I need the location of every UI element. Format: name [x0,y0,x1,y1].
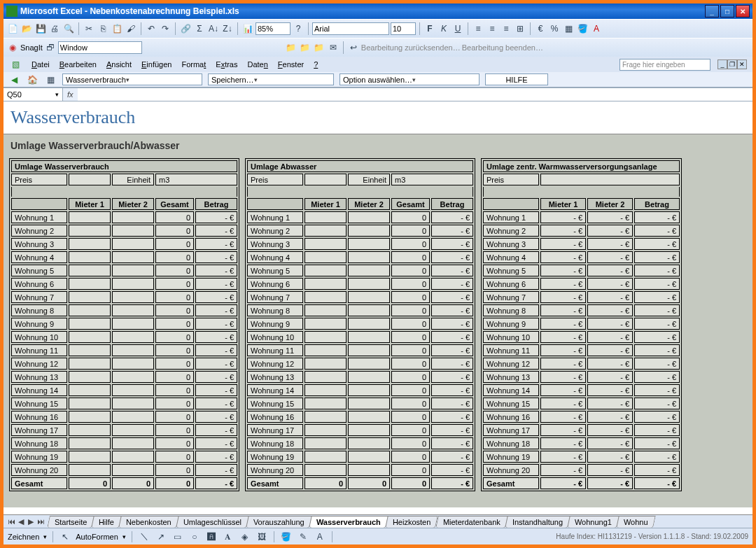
cell-betrag[interactable]: - € [431,318,473,330]
cell[interactable]: - € [540,464,586,476]
format-painter-icon[interactable]: 🖌 [125,22,137,35]
cell-betrag[interactable]: - € [195,344,237,356]
cell[interactable]: - € [587,411,633,423]
open-icon[interactable]: 📂 [20,22,33,35]
cell-gesamt[interactable]: 0 [155,398,194,409]
cell[interactable]: - € [540,278,586,290]
italic-icon[interactable]: K [438,22,450,35]
font-color-icon[interactable]: A [314,531,326,543]
cell[interactable]: - € [540,451,586,463]
cell-betrag[interactable]: - € [431,437,473,449]
cell-betrag[interactable]: - € [431,451,473,463]
arrow-icon[interactable]: ↗ [155,531,167,543]
cell-gesamt[interactable]: 0 [155,344,194,356]
cell[interactable] [304,251,346,263]
cell-betrag[interactable]: - € [634,344,680,356]
cell[interactable] [348,318,390,330]
cell[interactable] [69,451,111,463]
cell[interactable]: - € [540,358,586,370]
menu-help[interactable]: ? [314,60,318,69]
cell[interactable] [348,251,390,263]
help-icon[interactable]: ? [292,22,304,35]
sheet-tab[interactable]: Wohnu [616,516,655,528]
nav-back-icon[interactable]: ◀ [8,73,20,86]
cell-gesamt[interactable]: 0 [155,238,194,250]
cell[interactable] [112,424,154,436]
tab-nav-first-icon[interactable]: ⏮ [6,517,16,526]
cell-gesamt[interactable]: 0 [155,384,194,396]
cell[interactable] [304,225,346,237]
nav-sheet-icon[interactable]: ▦ [44,73,57,86]
cell[interactable] [304,398,346,409]
cell[interactable] [304,384,346,396]
cell[interactable]: - € [587,251,633,263]
cell-betrag[interactable]: - € [634,318,680,330]
line-icon[interactable]: ＼ [138,531,150,543]
cell-betrag[interactable]: - € [634,424,680,436]
cell[interactable] [69,291,111,303]
cell-betrag[interactable]: - € [431,424,473,436]
cell-betrag[interactable]: - € [634,411,680,423]
cell[interactable]: - € [587,344,633,356]
cell[interactable] [112,398,154,409]
cell-betrag[interactable]: - € [634,331,680,343]
cell-betrag[interactable]: - € [195,424,237,436]
cell[interactable] [69,211,111,223]
folder2-icon[interactable]: 📁 [299,41,312,54]
tab-nav-next-icon[interactable]: ▶ [26,517,36,526]
cell-betrag[interactable]: - € [431,278,473,290]
cell-betrag[interactable]: - € [195,304,237,316]
cell[interactable] [69,318,111,330]
cell-gesamt[interactable]: 0 [391,411,430,423]
cell[interactable] [69,278,111,290]
menu-einfuegen[interactable]: Einfügen [141,60,172,69]
cell[interactable] [348,384,390,396]
cell-betrag[interactable]: - € [634,291,680,303]
nav-location-select[interactable]: Wasserverbrauch [62,73,202,85]
copy-icon[interactable]: ⎘ [97,22,109,35]
cell-betrag[interactable]: - € [634,238,680,250]
cell[interactable]: - € [587,211,633,223]
cell[interactable] [112,384,154,396]
cell[interactable] [304,424,346,436]
sheet-tab[interactable]: Wasserverbrauch [309,516,388,528]
cell-betrag[interactable]: - € [634,437,680,449]
autoshapes-menu[interactable]: AutoFormen [76,533,118,541]
cell-gesamt[interactable]: 0 [391,304,430,316]
zoom-select[interactable] [255,22,290,35]
nav-option-select[interactable]: Option auswählen… [340,73,479,85]
cell[interactable] [69,174,111,185]
cell[interactable]: - € [587,398,633,409]
cell[interactable] [348,464,390,476]
cell[interactable]: - € [540,344,586,356]
einheit-value[interactable]: m3 [155,174,237,185]
cell-betrag[interactable]: - € [431,358,473,370]
cell-betrag[interactable]: - € [634,225,680,237]
cell-betrag[interactable]: - € [634,358,680,370]
cell[interactable]: - € [540,251,586,263]
cell[interactable] [69,265,111,276]
cell-gesamt[interactable]: 0 [155,437,194,449]
cell[interactable] [69,384,111,396]
menu-extras[interactable]: Extras [216,60,237,69]
rectangle-icon[interactable]: ▭ [172,531,184,543]
save-icon[interactable]: 💾 [34,22,47,35]
cell[interactable] [112,464,154,476]
cell-gesamt[interactable]: 0 [155,318,194,330]
cell-betrag[interactable]: - € [195,291,237,303]
fill-icon[interactable]: 🪣 [280,531,293,543]
cell[interactable]: - € [540,265,586,276]
font-size-select[interactable] [391,22,416,35]
cell[interactable] [112,371,154,383]
cell[interactable] [69,344,111,356]
cell-betrag[interactable]: - € [195,451,237,463]
cell[interactable] [348,437,390,449]
cell-gesamt[interactable]: 0 [155,278,194,290]
tab-nav-last-icon[interactable]: ⏭ [36,517,46,526]
cut-icon[interactable]: ✂ [83,22,95,35]
menu-format[interactable]: Format [181,60,206,69]
cell[interactable] [69,437,111,449]
cell-gesamt[interactable]: 0 [391,424,430,436]
borders-icon[interactable]: ▦ [562,22,575,35]
cell-betrag[interactable]: - € [195,278,237,290]
